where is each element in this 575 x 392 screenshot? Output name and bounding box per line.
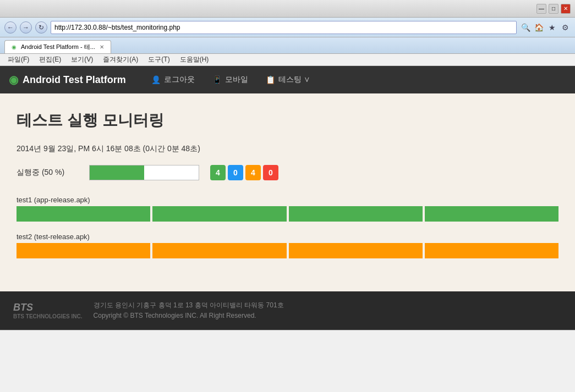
- site-navbar: ◉ Android Test Platform 👤 로그아웃 📱 모바일 📋 테…: [0, 66, 575, 93]
- menu-edit[interactable]: 편집(E): [35, 54, 65, 65]
- test2-bar-3: [289, 243, 423, 258]
- home-icon[interactable]: 🏠: [533, 22, 544, 33]
- test2-bar-2: [152, 243, 286, 258]
- test2-bars: [17, 243, 558, 258]
- test1-bar-1: [17, 206, 150, 222]
- footer-address: 경기도 용인시 기흥구 흥덕 1로 13 흥덕 아이티밸리 타워동 701호: [94, 300, 284, 311]
- toolbar-icons: 🔍 🏠 ★ ⚙: [520, 22, 571, 33]
- menu-file[interactable]: 파일(F): [3, 54, 34, 65]
- test1-label: test1 (app-release.apk): [17, 196, 558, 204]
- progress-label: 실행중 (50 %): [17, 168, 83, 178]
- test2-section: test2 (test-release.apk): [17, 233, 558, 258]
- test2-label: test2 (test-release.apk): [17, 233, 558, 241]
- test1-section: test1 (app-release.apk): [17, 196, 558, 222]
- badge-orange: 4: [245, 165, 261, 180]
- window-controls: — □ ✕: [536, 4, 571, 14]
- star-icon[interactable]: ★: [546, 22, 557, 33]
- tab-close-button[interactable]: ✕: [100, 44, 104, 50]
- brand-icon: ◉: [9, 73, 18, 86]
- nav-mobile[interactable]: 📱 모바일: [204, 66, 257, 93]
- tab-title: Android Test Platform - 테...: [21, 43, 95, 51]
- status-badges: 4 0 4 0: [210, 165, 278, 180]
- browser-titlebar: — □ ✕: [0, 0, 575, 18]
- footer-logo-main: BTS: [13, 302, 33, 313]
- site-brand: ◉ Android Test Platform: [9, 73, 126, 86]
- footer-copyright: Copyright © BTS Technologies INC. All Ri…: [94, 311, 284, 321]
- badge-red: 0: [263, 165, 278, 180]
- menu-tools[interactable]: 도구(T): [144, 54, 174, 65]
- forward-button[interactable]: →: [20, 21, 32, 34]
- progress-section: 실행중 (50 %) 4 0 4 0: [17, 165, 558, 180]
- mobile-icon: 📱: [212, 75, 222, 84]
- nav-links: 👤 로그아웃 📱 모바일 📋 테스팅 ∨: [143, 66, 319, 93]
- testing-label: 테스팅 ∨: [278, 75, 310, 85]
- test2-bar-4: [425, 243, 558, 258]
- active-tab[interactable]: ◉ Android Test Platform - 테... ✕: [4, 40, 111, 53]
- tab-bar: ◉ Android Test Platform - 테... ✕: [0, 37, 575, 54]
- logout-label: 로그아웃: [164, 75, 195, 85]
- main-content: 테스트 실행 모니터링 2014년 9월 23일, PM 6시 16분 08초 …: [0, 93, 575, 291]
- timestamp: 2014년 9월 23일, PM 6시 16분 08초 (0시간 0분 48초): [17, 144, 558, 154]
- test2-bar-1: [17, 243, 150, 258]
- progress-empty: [144, 165, 199, 180]
- footer-text: 경기도 용인시 기흥구 흥덕 1로 13 흥덕 아이티밸리 타워동 701호 C…: [94, 300, 284, 321]
- badge-green: 4: [210, 165, 226, 180]
- testing-icon: 📋: [266, 75, 275, 84]
- browser-statusbar: [0, 330, 575, 342]
- footer-logo-sub: BTS TECHNOLOGIES INC.: [13, 313, 83, 319]
- page-title: 테스트 실행 모니터링: [17, 110, 558, 131]
- mobile-label: 모바일: [225, 75, 248, 85]
- brand-name: Android Test Platform: [23, 74, 126, 86]
- address-bar-container: ← → ↻ 🔍 🏠 ★ ⚙: [0, 18, 575, 37]
- test1-bars: [17, 206, 558, 222]
- settings-icon[interactable]: ⚙: [560, 22, 571, 33]
- badge-blue: 0: [228, 165, 243, 180]
- address-input[interactable]: [51, 21, 517, 34]
- logout-icon: 👤: [151, 75, 161, 84]
- progress-bar: [89, 165, 199, 180]
- refresh-button[interactable]: ↻: [35, 21, 47, 34]
- test1-bar-2: [152, 206, 286, 222]
- menu-view[interactable]: 보기(V): [67, 54, 97, 65]
- progress-filled: [90, 165, 144, 180]
- maximize-button[interactable]: □: [549, 4, 558, 14]
- nav-logout[interactable]: 👤 로그아웃: [143, 66, 204, 93]
- site-footer: BTS BTS TECHNOLOGIES INC. 경기도 용인시 기흥구 흥덕…: [0, 291, 575, 330]
- menu-favorites[interactable]: 즐겨찾기(A): [98, 54, 143, 65]
- tab-favicon: ◉: [12, 44, 17, 50]
- close-button[interactable]: ✕: [561, 4, 571, 14]
- menu-help[interactable]: 도움말(H): [176, 54, 213, 65]
- back-button[interactable]: ←: [4, 21, 17, 34]
- test1-bar-4: [425, 206, 558, 222]
- test1-bar-3: [289, 206, 423, 222]
- nav-testing[interactable]: 📋 테스팅 ∨: [257, 66, 319, 93]
- menu-bar: 파일(F) 편집(E) 보기(V) 즐겨찾기(A) 도구(T) 도움말(H): [0, 54, 575, 66]
- minimize-button[interactable]: —: [536, 4, 546, 14]
- footer-logo: BTS BTS TECHNOLOGIES INC.: [13, 302, 83, 319]
- search-icon[interactable]: 🔍: [520, 22, 531, 33]
